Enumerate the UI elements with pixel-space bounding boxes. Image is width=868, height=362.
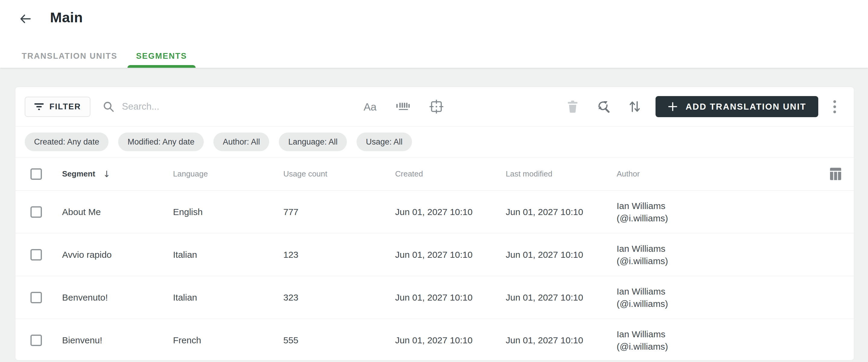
cell-segment: About Me xyxy=(62,207,173,217)
table-header-row: Segment ↓ Language Usage count Created L… xyxy=(16,158,854,191)
back-button[interactable] xyxy=(18,11,33,27)
kebab-dot xyxy=(833,100,836,103)
page-title: Main xyxy=(50,9,83,26)
plus-icon xyxy=(668,101,678,112)
columns-settings-icon[interactable] xyxy=(830,168,841,180)
kebab-dot xyxy=(833,110,836,113)
cell-author: Ian Williams (@i.williams) xyxy=(617,285,854,310)
find-replace-icon[interactable] xyxy=(596,100,610,113)
cell-modified: Jun 01, 2027 10:10 xyxy=(506,292,617,303)
search-box xyxy=(102,101,347,112)
cell-author: Ian Williams (@i.williams) xyxy=(617,242,854,267)
table-row[interactable]: About Me English 777 Jun 01, 2027 10:10 … xyxy=(16,191,854,233)
row-checkbox[interactable] xyxy=(30,206,42,218)
cell-created: Jun 01, 2027 10:10 xyxy=(395,207,506,217)
search-icon xyxy=(102,101,115,112)
toolbar-actions xyxy=(567,100,641,113)
author-handle: (@i.williams) xyxy=(617,340,854,353)
author-handle: (@i.williams) xyxy=(617,255,854,267)
row-checkbox[interactable] xyxy=(30,335,42,346)
filter-chips-row: Created: Any date Modified: Any date Aut… xyxy=(16,127,854,158)
tab-translation-units[interactable]: TRANSLATION UNITS xyxy=(13,44,126,68)
cell-modified: Jun 01, 2027 10:10 xyxy=(506,250,617,260)
cell-language: French xyxy=(173,335,283,345)
cell-usage: 777 xyxy=(283,207,395,217)
chip-created[interactable]: Created: Any date xyxy=(25,133,108,151)
header-checkbox-cell xyxy=(16,168,62,180)
add-translation-unit-label: ADD TRANSLATION UNIT xyxy=(686,102,806,112)
column-header-usage[interactable]: Usage count xyxy=(283,169,395,178)
cell-segment: Avvio rapido xyxy=(62,250,173,260)
app-header: Main TRANSLATION UNITS SEGMENTS xyxy=(0,0,868,68)
chip-language[interactable]: Language: All xyxy=(279,133,347,151)
filter-icon xyxy=(34,103,44,110)
scan-frame-icon[interactable] xyxy=(430,100,443,113)
chip-author[interactable]: Author: All xyxy=(213,133,269,151)
content-area: FILTER Aa xyxy=(0,68,868,362)
table-row[interactable]: Bienvenu! French 555 Jun 01, 2027 10:10 … xyxy=(16,319,854,361)
author-name: Ian Williams xyxy=(617,328,854,340)
filter-button[interactable]: FILTER xyxy=(25,97,90,117)
cell-modified: Jun 01, 2027 10:10 xyxy=(506,335,617,345)
chip-modified[interactable]: Modified: Any date xyxy=(118,133,204,151)
author-handle: (@i.williams) xyxy=(617,298,854,310)
trash-icon[interactable] xyxy=(567,100,578,113)
row-checkbox[interactable] xyxy=(30,292,42,303)
add-translation-unit-button[interactable]: ADD TRANSLATION UNIT xyxy=(655,96,818,117)
author-name: Ian Williams xyxy=(617,285,854,298)
tab-bar: TRANSLATION UNITS SEGMENTS xyxy=(13,44,195,68)
cell-usage: 323 xyxy=(283,292,395,303)
sort-arrows-icon[interactable] xyxy=(628,100,641,113)
cell-created: Jun 01, 2027 10:10 xyxy=(395,335,506,345)
cell-segment: Benvenuto! xyxy=(62,292,173,303)
cell-language: Italian xyxy=(173,292,283,303)
barcode-icon[interactable] xyxy=(396,101,410,112)
toolbar: FILTER Aa xyxy=(16,87,854,127)
cell-language: English xyxy=(173,207,283,217)
author-name: Ian Williams xyxy=(617,242,854,255)
author-name: Ian Williams xyxy=(617,200,854,212)
cell-created: Jun 01, 2027 10:10 xyxy=(395,292,506,303)
header-author-and-columns: Author xyxy=(617,168,854,180)
kebab-dot xyxy=(833,105,836,108)
match-case-icon[interactable]: Aa xyxy=(364,101,376,112)
cell-segment: Bienvenu! xyxy=(62,335,173,345)
chip-usage[interactable]: Usage: All xyxy=(356,133,412,151)
cell-usage: 555 xyxy=(283,335,395,345)
search-options: Aa xyxy=(364,100,443,113)
cell-usage: 123 xyxy=(283,250,395,260)
sort-desc-icon[interactable]: ↓ xyxy=(103,169,110,179)
table-row[interactable]: Benvenuto! Italian 323 Jun 01, 2027 10:1… xyxy=(16,276,854,319)
tab-segments[interactable]: SEGMENTS xyxy=(127,44,195,68)
column-header-segment[interactable]: Segment ↓ xyxy=(62,169,173,179)
column-header-author[interactable]: Author xyxy=(617,169,640,178)
cell-author: Ian Williams (@i.williams) xyxy=(617,328,854,353)
cell-created: Jun 01, 2027 10:10 xyxy=(395,250,506,260)
row-checkbox[interactable] xyxy=(30,249,42,261)
more-options-button[interactable] xyxy=(829,98,841,115)
column-header-segment-label: Segment xyxy=(62,169,95,178)
column-header-created[interactable]: Created xyxy=(395,169,506,178)
author-handle: (@i.williams) xyxy=(617,212,854,224)
column-header-modified[interactable]: Last modified xyxy=(506,169,617,178)
select-all-checkbox[interactable] xyxy=(30,168,42,180)
cell-language: Italian xyxy=(173,250,283,260)
filter-button-label: FILTER xyxy=(50,102,81,111)
cell-modified: Jun 01, 2027 10:10 xyxy=(506,207,617,217)
arrow-left-icon xyxy=(19,12,32,26)
cell-author: Ian Williams (@i.williams) xyxy=(617,200,854,224)
column-header-language[interactable]: Language xyxy=(173,169,283,178)
segments-card: FILTER Aa xyxy=(15,87,854,361)
search-input[interactable] xyxy=(122,101,333,112)
table-row[interactable]: Avvio rapido Italian 123 Jun 01, 2027 10… xyxy=(16,233,854,276)
